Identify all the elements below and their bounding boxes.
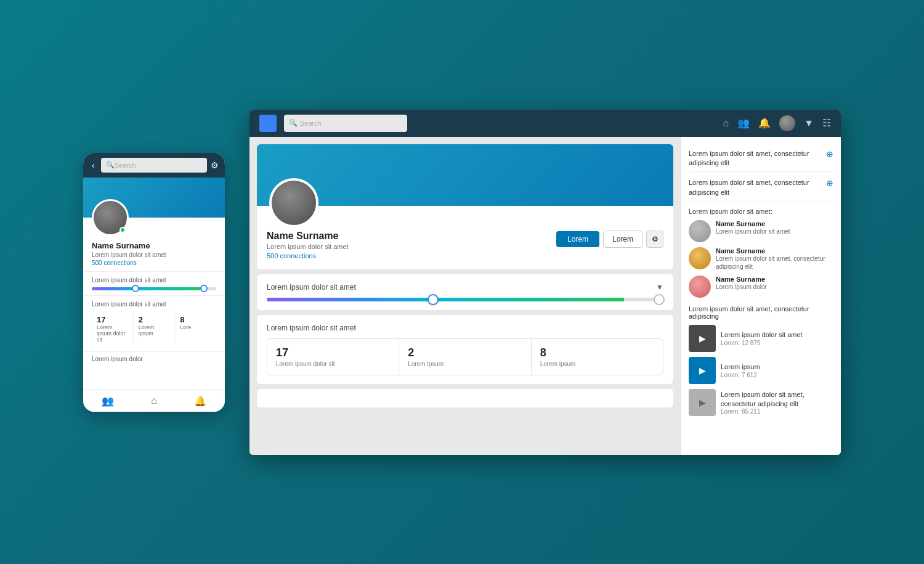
- desktop-search-placeholder: Search: [300, 120, 322, 127]
- media-title-1[interactable]: Lorem ipsum dolor sit amet: [721, 330, 833, 339]
- desktop-window: 🔍 Search ⌂ 👥 🔔 ▼ ☷: [249, 110, 841, 455]
- phone-slider-thumb-right[interactable]: [200, 285, 208, 292]
- phone-stat-1: 17 Lorem ipsum dolor sit: [92, 311, 134, 346]
- more-options-button[interactable]: ⚙: [646, 231, 663, 248]
- people-nav-icon[interactable]: 👥: [737, 117, 750, 129]
- stat-label-2: Lorem ipsum: [408, 361, 522, 367]
- person-info-2: Name Surname Lorem ipsum dolor sit amet,…: [716, 247, 833, 271]
- profile-connections[interactable]: 500 connections: [267, 252, 556, 260]
- sidebar-text-item-2: Lorem ipsum dolor sit amet, consectetur …: [689, 174, 833, 202]
- home-nav-icon[interactable]: ⌂: [723, 118, 729, 129]
- phone-stats-section: Lorem ipsum dolor sit amet 17 Lorem ipsu…: [83, 296, 225, 352]
- person-desc-1: Lorem ipsum dolor sit amet: [716, 227, 833, 235]
- phone-stats-label: Lorem ipsum dolor sit amet: [92, 301, 216, 308]
- desktop-main: Name Surname Lorem ipsum dolor sit amet …: [249, 137, 681, 455]
- profile-info: Name Surname Lorem ipsum dolor sit amet …: [267, 231, 556, 260]
- phone-navbar: ‹ 🔍 Search ⚙: [83, 153, 225, 178]
- person-info-1: Name Surname Lorem ipsum dolor sit amet: [716, 220, 833, 235]
- chevron-down-icon[interactable]: ▼: [656, 283, 663, 292]
- media-subtitle-2: Lorem: 7 612: [721, 372, 833, 378]
- stat-number-2: 2: [408, 346, 522, 359]
- phone-search-bar[interactable]: 🔍 Search: [101, 158, 207, 173]
- sidebar-media-header: Lorem ipsum dolor sit amet, consectetur …: [689, 305, 833, 320]
- slider-track[interactable]: [267, 298, 663, 301]
- play-icon-3: ▶: [699, 398, 706, 407]
- desktop-logo: [259, 115, 277, 132]
- desktop-nav-icons: ⌂ 👥 🔔 ▼ ☷: [723, 115, 831, 131]
- desktop-navbar: 🔍 Search ⌂ 👥 🔔 ▼ ☷: [249, 110, 841, 137]
- phone-stat-number-3: 8: [180, 315, 211, 324]
- phone-slider-track[interactable]: [92, 287, 216, 290]
- profile-actions: Lorem Lorem ⚙: [556, 231, 663, 248]
- desktop-nav-avatar[interactable]: [779, 115, 795, 131]
- stat-label-3: Lorem ipsum: [540, 361, 654, 367]
- media-title-3[interactable]: Lorem ipsum dolor sit amet, consectetur …: [721, 390, 833, 408]
- media-title-2[interactable]: Lorem ipsum: [721, 362, 833, 371]
- phone-slider-fill-left: [92, 287, 136, 290]
- play-icon-2: ▶: [699, 366, 706, 375]
- person-avatar-1: [689, 220, 711, 242]
- phone-avatar: [92, 199, 129, 236]
- phone-stat-label-3: Lore: [180, 324, 211, 330]
- add-icon-2[interactable]: ⊕: [826, 178, 833, 188]
- phone-profile-name: Name Surname: [92, 241, 216, 250]
- media-thumb-2[interactable]: ▶: [689, 357, 716, 384]
- home-nav-icon[interactable]: ⌂: [151, 395, 157, 406]
- phone-stat-number-2: 2: [139, 315, 170, 324]
- back-button[interactable]: ‹: [89, 159, 97, 171]
- message-button[interactable]: Lorem: [603, 231, 642, 248]
- media-thumb-3[interactable]: ▶: [689, 389, 716, 416]
- add-icon-1[interactable]: ⊕: [826, 149, 833, 159]
- stats-card: Lorem ipsum dolor sit amet 17 Lorem ipsu…: [257, 315, 673, 384]
- profile-name: Name Surname: [267, 231, 556, 242]
- phone-slider-thumb-left[interactable]: [132, 285, 139, 292]
- people-nav-icon[interactable]: 👥: [102, 395, 114, 407]
- bell-nav-icon[interactable]: 🔔: [758, 117, 771, 129]
- connect-button[interactable]: Lorem: [556, 231, 599, 247]
- bottom-placeholder-card: [257, 389, 673, 407]
- slider-fill-left: [267, 298, 433, 301]
- grid-icon[interactable]: ☷: [822, 117, 831, 129]
- slider-thumb[interactable]: [428, 294, 439, 305]
- sidebar-person-3: Name Surname Lorem ipsum dolor: [689, 276, 833, 298]
- stat-number-3: 8: [540, 346, 654, 359]
- profile-cover-photo: [257, 144, 673, 206]
- slider-header: Lorem ipsum dolor sit amet ▼: [267, 283, 663, 292]
- sidebar-media-item-2: ▶ Lorem ipsum Lorem: 7 612: [689, 357, 833, 384]
- sidebar-media-item-3: ▶ Lorem ipsum dolor sit amet, consectetu…: [689, 389, 833, 416]
- mobile-phone: ‹ 🔍 Search ⚙ Name Surname Lorem ipsum do…: [83, 153, 225, 412]
- chevron-down-icon[interactable]: ▼: [804, 118, 814, 129]
- phone-bottom-nav: 👥 ⌂ 🔔: [83, 390, 225, 412]
- search-icon: 🔍: [106, 161, 115, 169]
- sidebar-text-item-1: Lorem ipsum dolor sit amet, consectetur …: [689, 145, 833, 173]
- phone-stats-row: 17 Lorem ipsum dolor sit 2 Lorem ipsum 8…: [92, 311, 216, 346]
- phone-slider-label: Lorem ipsum dolor sit amet: [92, 277, 216, 284]
- desktop-sidebar: Lorem ipsum dolor sit amet, consectetur …: [681, 137, 841, 455]
- bell-nav-icon[interactable]: 🔔: [194, 395, 206, 407]
- phone-stat-2: 2 Lorem ipsum: [134, 311, 176, 346]
- person-name-1[interactable]: Name Surname: [716, 220, 833, 227]
- slider-card: Lorem ipsum dolor sit amet ▼: [257, 274, 673, 310]
- stats-section-label: Lorem ipsum dolor sit amet: [267, 324, 663, 332]
- person-name-3[interactable]: Name Surname: [716, 276, 833, 283]
- stat-cell-1: 17 Lorem ipsum dolor sit: [267, 339, 399, 375]
- phone-profile-info: Name Surname Lorem ipsum dolor sit amet …: [83, 241, 225, 272]
- media-info-1: Lorem ipsum dolor sit amet Lorem: 12 875: [721, 330, 833, 346]
- sidebar-item-2-text: Lorem ipsum dolor sit amet, consectetur …: [689, 178, 822, 197]
- person-desc-2: Lorem ipsum dolor sit amet, consectetur …: [716, 255, 833, 271]
- desktop-search-bar[interactable]: 🔍 Search: [284, 115, 407, 132]
- person-avatar-2: [689, 247, 711, 269]
- settings-icon[interactable]: ⚙: [211, 160, 219, 170]
- person-desc-3: Lorem ipsum dolor: [716, 283, 833, 291]
- slider-fill-right: [433, 298, 623, 301]
- stat-number-1: 17: [276, 346, 390, 359]
- person-avatar-3: [689, 276, 711, 298]
- sidebar-section-1-header: Lorem ipsum dolor sit amet:: [689, 208, 833, 215]
- stat-cell-2: 2 Lorem ipsum: [399, 339, 531, 375]
- phone-profile-tagline: Lorem ipsum dolor sit amet: [92, 251, 216, 258]
- media-thumb-1[interactable]: ▶: [689, 325, 716, 352]
- media-subtitle-3: Lorem: 65 211: [721, 408, 833, 415]
- person-name-2[interactable]: Name Surname: [716, 247, 833, 255]
- phone-connections[interactable]: 500 connections: [92, 260, 216, 266]
- phone-stat-number-1: 17: [97, 315, 128, 324]
